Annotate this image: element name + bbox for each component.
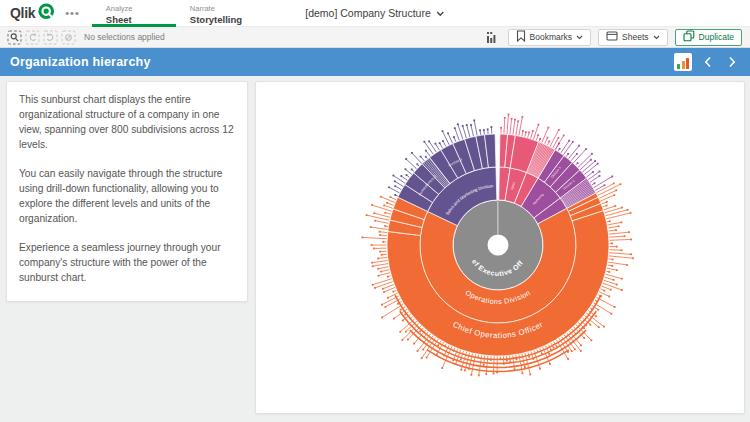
top-bar: Qlik ••• Analyze Sheet Narrate Storytell…	[0, 0, 750, 27]
ellipsis-icon: •••	[65, 7, 80, 19]
tab-label: Sheet	[106, 14, 162, 25]
sheets-icon	[606, 31, 618, 43]
tab-analyze-sheet[interactable]: Analyze Sheet	[92, 0, 176, 26]
smart-search-icon[interactable]	[6, 29, 22, 45]
insight-advisor-icon[interactable]	[485, 29, 501, 45]
bookmarks-label: Bookmarks	[530, 32, 573, 42]
step-back-icon[interactable]	[24, 29, 40, 45]
step-forward-icon[interactable]	[42, 29, 58, 45]
sheet-header: Organization hierarchy	[0, 48, 750, 76]
sheets-button[interactable]: Sheets	[598, 29, 667, 46]
next-sheet-button[interactable]	[724, 53, 740, 71]
tab-kicker: Analyze	[106, 4, 162, 13]
description-panel: This sunburst chart displays the entire …	[6, 81, 248, 302]
sheets-label: Sheets	[622, 32, 648, 42]
sheet-thumbnail-icon[interactable]	[674, 53, 692, 71]
qlik-sense-app: { "app": {"logo_text": "Qlik", "menu_ell…	[0, 0, 750, 422]
sunburst-chart[interactable]: Chief Executive OfficerOperations Divisi…	[256, 82, 745, 414]
description-paragraph: You can easily navigate through the stru…	[19, 167, 235, 227]
chevron-down-icon	[653, 32, 660, 42]
toolbar-right: Bookmarks Sheets Duplicate	[485, 29, 745, 46]
qlik-logo-text: Qlik	[10, 5, 35, 21]
global-menu-button[interactable]: •••	[61, 0, 92, 26]
chevron-down-icon	[576, 32, 583, 42]
description-paragraph: Experience a seamless journey through yo…	[19, 241, 235, 286]
qlik-q-icon	[38, 3, 55, 23]
previous-sheet-button[interactable]	[700, 53, 716, 71]
sheet-nav	[674, 53, 740, 71]
tab-label: Storytelling	[190, 14, 246, 25]
duplicate-label: Duplicate	[699, 32, 734, 42]
sheet-title: Organization hierarchy	[10, 55, 151, 69]
duplicate-icon	[683, 30, 695, 44]
clear-selections-icon[interactable]	[60, 29, 76, 45]
selections-bar: No selections applied Bookmarks Sheets D…	[0, 27, 750, 48]
selections-status: No selections applied	[84, 32, 165, 42]
bookmark-icon	[516, 30, 526, 44]
sheet-content: This sunburst chart displays the entire …	[0, 76, 750, 422]
sunburst-chart-panel[interactable]: Chief Executive OfficerOperations Divisi…	[255, 81, 745, 414]
chevron-down-icon	[437, 7, 445, 19]
app-title-dropdown[interactable]: [demo] Company Structure	[305, 0, 444, 26]
tab-kicker: Narrate	[190, 4, 246, 13]
app-title-text: [demo] Company Structure	[305, 7, 430, 19]
bookmarks-button[interactable]: Bookmarks	[508, 29, 592, 46]
duplicate-button[interactable]: Duplicate	[675, 29, 742, 46]
description-paragraph: This sunburst chart displays the entire …	[19, 93, 235, 153]
qlik-logo[interactable]: Qlik	[0, 0, 61, 26]
tab-narrate-storytelling[interactable]: Narrate Storytelling	[176, 0, 260, 26]
